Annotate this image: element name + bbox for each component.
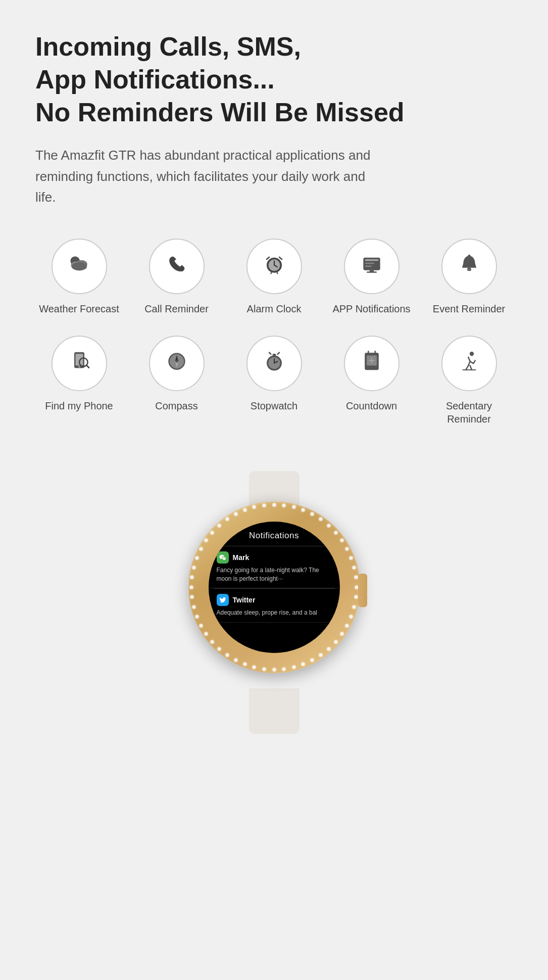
headline-line2: App Notifications... <box>35 63 513 96</box>
svg-rect-14 <box>365 259 378 261</box>
notification-item-2: Twitter Adequate sleep, prope rise, and … <box>209 589 340 623</box>
sedentary-icon <box>457 349 482 378</box>
page: Incoming Calls, SMS, App Notifications..… <box>0 0 548 980</box>
watch-crown-small <box>358 593 367 607</box>
notif-message-1: Fancy going for a late-night walk? The m… <box>217 566 332 583</box>
notif-app-name-2: Twitter <box>233 596 256 604</box>
svg-point-45 <box>469 352 473 356</box>
svg-line-10 <box>279 257 282 259</box>
notification-icon <box>359 252 384 281</box>
feature-label-findphone: Find my Phone <box>45 399 113 412</box>
watch-screen: Notifications Mark <box>209 522 340 653</box>
feature-countdown: Countdown <box>328 336 415 426</box>
svg-point-31 <box>175 360 178 363</box>
feature-label-countdown: Countdown <box>346 399 397 412</box>
compass-icon <box>164 349 189 378</box>
svg-point-3 <box>72 262 87 271</box>
headline-line3: No Reminders Will Be Missed <box>35 96 513 129</box>
feature-label-weather: Weather Forecast <box>39 302 119 315</box>
feature-circle-event <box>441 239 497 294</box>
svg-line-12 <box>277 272 278 273</box>
headline-line1: Incoming Calls, SMS, <box>35 30 513 63</box>
feature-label-stopwatch: Stopwatch <box>251 399 297 412</box>
alarm-icon <box>262 252 287 281</box>
notif-app-name-1: Mark <box>233 553 250 562</box>
watch-case: Notifications Mark <box>188 501 360 673</box>
svg-rect-16 <box>365 266 371 267</box>
feature-label-event: Event Reminder <box>433 302 505 315</box>
stopwatch-icon <box>262 349 287 378</box>
feature-alarm-clock: Alarm Clock <box>230 239 318 315</box>
svg-line-9 <box>267 257 269 259</box>
notif-message-2: Adequate sleep, prope rise, and a bal <box>217 609 332 617</box>
watch-container: Notifications Mark <box>168 471 380 734</box>
wechat-icon <box>217 551 229 564</box>
notif-header-2: Twitter <box>217 594 332 606</box>
svg-rect-18 <box>367 271 377 273</box>
feature-label-call: Call Reminder <box>144 302 209 315</box>
watch-section: Notifications Mark <box>35 461 513 734</box>
notification-item-1: Mark Fancy going for a late-night walk? … <box>209 546 340 589</box>
svg-line-11 <box>271 272 272 273</box>
feature-stopwatch: Stopwatch <box>230 336 318 426</box>
call-icon <box>164 252 189 281</box>
feature-circle-findphone <box>52 336 107 391</box>
feature-circle-sedentary <box>441 336 497 391</box>
feature-label-sedentary: Sedentary Reminder <box>425 399 513 426</box>
feature-compass: Compass <box>133 336 220 426</box>
twitter-icon <box>217 594 229 606</box>
svg-point-21 <box>468 255 470 257</box>
feature-circle-stopwatch <box>246 336 302 391</box>
svg-line-46 <box>466 366 468 370</box>
feature-circle-call <box>149 239 205 294</box>
feature-app-notifications: APP Notifications <box>328 239 415 315</box>
svg-line-37 <box>269 353 271 354</box>
headline: Incoming Calls, SMS, App Notifications..… <box>35 30 513 129</box>
feature-sedentary-reminder: Sedentary Reminder <box>425 336 513 426</box>
svg-line-38 <box>277 353 279 354</box>
countdown-icon <box>359 349 384 378</box>
findphone-icon <box>67 349 92 378</box>
watch-band-bottom <box>249 688 300 734</box>
feature-call-reminder: Call Reminder <box>133 239 220 315</box>
feature-circle-countdown <box>344 336 400 391</box>
bell-icon <box>457 252 482 281</box>
svg-point-24 <box>78 366 80 367</box>
svg-point-20 <box>467 269 471 271</box>
svg-line-47 <box>470 366 471 370</box>
feature-circle-compass <box>149 336 205 391</box>
feature-label-compass: Compass <box>155 399 197 412</box>
svg-rect-15 <box>365 263 374 264</box>
feature-label-notif: APP Notifications <box>332 302 410 315</box>
description: The Amazfit GTR has abundant practical a… <box>35 145 389 208</box>
weather-icon <box>67 252 92 281</box>
features-grid: Weather Forecast Call Reminder <box>35 239 513 426</box>
feature-circle-weather <box>52 239 107 294</box>
feature-circle-notif <box>344 239 400 294</box>
feature-weather-forecast: Weather Forecast <box>35 239 123 315</box>
svg-rect-36 <box>272 354 276 356</box>
notif-header-1: Mark <box>217 551 332 564</box>
feature-label-alarm: Alarm Clock <box>247 302 302 315</box>
feature-circle-alarm <box>246 239 302 294</box>
svg-line-26 <box>86 365 89 368</box>
feature-event-reminder: Event Reminder <box>425 239 513 315</box>
feature-find-my-phone: Find my Phone <box>35 336 123 426</box>
